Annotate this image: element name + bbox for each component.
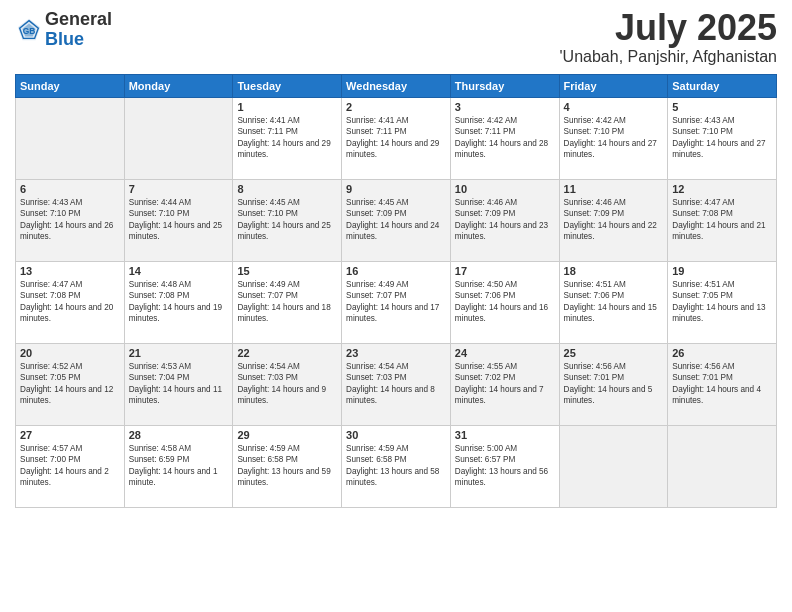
day-info: Sunrise: 4:51 AMSunset: 7:05 PMDaylight:…: [672, 279, 772, 325]
day-number: 5: [672, 101, 772, 113]
header-friday: Friday: [559, 75, 668, 98]
day-info: Sunrise: 4:48 AMSunset: 7:08 PMDaylight:…: [129, 279, 229, 325]
table-row: 23Sunrise: 4:54 AMSunset: 7:03 PMDayligh…: [342, 344, 451, 426]
day-info: Sunrise: 4:50 AMSunset: 7:06 PMDaylight:…: [455, 279, 555, 325]
day-info: Sunrise: 4:56 AMSunset: 7:01 PMDaylight:…: [564, 361, 664, 407]
header-monday: Monday: [124, 75, 233, 98]
day-number: 28: [129, 429, 229, 441]
calendar-body: 1Sunrise: 4:41 AMSunset: 7:11 PMDaylight…: [16, 98, 777, 508]
table-row: [668, 426, 777, 508]
day-info: Sunrise: 4:54 AMSunset: 7:03 PMDaylight:…: [237, 361, 337, 407]
day-info: Sunrise: 4:43 AMSunset: 7:10 PMDaylight:…: [20, 197, 120, 243]
day-info: Sunrise: 4:58 AMSunset: 6:59 PMDaylight:…: [129, 443, 229, 489]
logo-icon: GB: [15, 16, 43, 44]
header-wednesday: Wednesday: [342, 75, 451, 98]
day-info: Sunrise: 4:52 AMSunset: 7:05 PMDaylight:…: [20, 361, 120, 407]
day-number: 29: [237, 429, 337, 441]
day-number: 14: [129, 265, 229, 277]
table-row: 14Sunrise: 4:48 AMSunset: 7:08 PMDayligh…: [124, 262, 233, 344]
logo-blue: Blue: [45, 30, 112, 50]
header-row: Sunday Monday Tuesday Wednesday Thursday…: [16, 75, 777, 98]
table-row: 13Sunrise: 4:47 AMSunset: 7:08 PMDayligh…: [16, 262, 125, 344]
day-number: 20: [20, 347, 120, 359]
location: 'Unabah, Panjshir, Afghanistan: [560, 48, 777, 66]
day-number: 17: [455, 265, 555, 277]
logo-text: General Blue: [45, 10, 112, 50]
table-row: 24Sunrise: 4:55 AMSunset: 7:02 PMDayligh…: [450, 344, 559, 426]
table-row: 12Sunrise: 4:47 AMSunset: 7:08 PMDayligh…: [668, 180, 777, 262]
day-number: 11: [564, 183, 664, 195]
header-tuesday: Tuesday: [233, 75, 342, 98]
day-number: 7: [129, 183, 229, 195]
table-row: [559, 426, 668, 508]
table-row: 26Sunrise: 4:56 AMSunset: 7:01 PMDayligh…: [668, 344, 777, 426]
day-number: 19: [672, 265, 772, 277]
day-info: Sunrise: 4:53 AMSunset: 7:04 PMDaylight:…: [129, 361, 229, 407]
day-info: Sunrise: 4:54 AMSunset: 7:03 PMDaylight:…: [346, 361, 446, 407]
table-row: 20Sunrise: 4:52 AMSunset: 7:05 PMDayligh…: [16, 344, 125, 426]
day-number: 18: [564, 265, 664, 277]
day-info: Sunrise: 4:42 AMSunset: 7:11 PMDaylight:…: [455, 115, 555, 161]
logo: GB General Blue: [15, 10, 112, 50]
table-row: 4Sunrise: 4:42 AMSunset: 7:10 PMDaylight…: [559, 98, 668, 180]
day-number: 13: [20, 265, 120, 277]
day-number: 9: [346, 183, 446, 195]
day-number: 23: [346, 347, 446, 359]
day-info: Sunrise: 4:46 AMSunset: 7:09 PMDaylight:…: [564, 197, 664, 243]
day-number: 4: [564, 101, 664, 113]
table-row: 2Sunrise: 4:41 AMSunset: 7:11 PMDaylight…: [342, 98, 451, 180]
table-row: 5Sunrise: 4:43 AMSunset: 7:10 PMDaylight…: [668, 98, 777, 180]
table-row: 27Sunrise: 4:57 AMSunset: 7:00 PMDayligh…: [16, 426, 125, 508]
day-number: 15: [237, 265, 337, 277]
table-row: 21Sunrise: 4:53 AMSunset: 7:04 PMDayligh…: [124, 344, 233, 426]
day-info: Sunrise: 4:51 AMSunset: 7:06 PMDaylight:…: [564, 279, 664, 325]
table-row: 18Sunrise: 4:51 AMSunset: 7:06 PMDayligh…: [559, 262, 668, 344]
day-info: Sunrise: 4:55 AMSunset: 7:02 PMDaylight:…: [455, 361, 555, 407]
table-row: [16, 98, 125, 180]
logo-general: General: [45, 10, 112, 30]
day-number: 12: [672, 183, 772, 195]
day-number: 22: [237, 347, 337, 359]
calendar-week-row: 20Sunrise: 4:52 AMSunset: 7:05 PMDayligh…: [16, 344, 777, 426]
table-row: 30Sunrise: 4:59 AMSunset: 6:58 PMDayligh…: [342, 426, 451, 508]
day-number: 27: [20, 429, 120, 441]
day-info: Sunrise: 4:56 AMSunset: 7:01 PMDaylight:…: [672, 361, 772, 407]
table-row: 10Sunrise: 4:46 AMSunset: 7:09 PMDayligh…: [450, 180, 559, 262]
table-row: 19Sunrise: 4:51 AMSunset: 7:05 PMDayligh…: [668, 262, 777, 344]
table-row: 31Sunrise: 5:00 AMSunset: 6:57 PMDayligh…: [450, 426, 559, 508]
day-info: Sunrise: 4:42 AMSunset: 7:10 PMDaylight:…: [564, 115, 664, 161]
title-section: July 2025 'Unabah, Panjshir, Afghanistan: [560, 10, 777, 66]
day-info: Sunrise: 4:59 AMSunset: 6:58 PMDaylight:…: [346, 443, 446, 489]
day-number: 6: [20, 183, 120, 195]
day-info: Sunrise: 4:49 AMSunset: 7:07 PMDaylight:…: [237, 279, 337, 325]
table-row: 17Sunrise: 4:50 AMSunset: 7:06 PMDayligh…: [450, 262, 559, 344]
day-number: 10: [455, 183, 555, 195]
table-row: 9Sunrise: 4:45 AMSunset: 7:09 PMDaylight…: [342, 180, 451, 262]
day-number: 30: [346, 429, 446, 441]
day-info: Sunrise: 4:41 AMSunset: 7:11 PMDaylight:…: [346, 115, 446, 161]
table-row: 3Sunrise: 4:42 AMSunset: 7:11 PMDaylight…: [450, 98, 559, 180]
day-number: 8: [237, 183, 337, 195]
day-info: Sunrise: 4:49 AMSunset: 7:07 PMDaylight:…: [346, 279, 446, 325]
day-info: Sunrise: 4:41 AMSunset: 7:11 PMDaylight:…: [237, 115, 337, 161]
calendar-week-row: 1Sunrise: 4:41 AMSunset: 7:11 PMDaylight…: [16, 98, 777, 180]
day-info: Sunrise: 4:44 AMSunset: 7:10 PMDaylight:…: [129, 197, 229, 243]
calendar-week-row: 13Sunrise: 4:47 AMSunset: 7:08 PMDayligh…: [16, 262, 777, 344]
calendar: Sunday Monday Tuesday Wednesday Thursday…: [15, 74, 777, 508]
day-number: 26: [672, 347, 772, 359]
day-number: 31: [455, 429, 555, 441]
header-saturday: Saturday: [668, 75, 777, 98]
table-row: 6Sunrise: 4:43 AMSunset: 7:10 PMDaylight…: [16, 180, 125, 262]
day-info: Sunrise: 4:46 AMSunset: 7:09 PMDaylight:…: [455, 197, 555, 243]
calendar-week-row: 27Sunrise: 4:57 AMSunset: 7:00 PMDayligh…: [16, 426, 777, 508]
day-info: Sunrise: 4:47 AMSunset: 7:08 PMDaylight:…: [672, 197, 772, 243]
table-row: 25Sunrise: 4:56 AMSunset: 7:01 PMDayligh…: [559, 344, 668, 426]
day-number: 16: [346, 265, 446, 277]
table-row: [124, 98, 233, 180]
day-info: Sunrise: 4:45 AMSunset: 7:09 PMDaylight:…: [346, 197, 446, 243]
month-title: July 2025: [560, 10, 777, 46]
day-info: Sunrise: 4:57 AMSunset: 7:00 PMDaylight:…: [20, 443, 120, 489]
day-number: 24: [455, 347, 555, 359]
table-row: 8Sunrise: 4:45 AMSunset: 7:10 PMDaylight…: [233, 180, 342, 262]
calendar-header: Sunday Monday Tuesday Wednesday Thursday…: [16, 75, 777, 98]
